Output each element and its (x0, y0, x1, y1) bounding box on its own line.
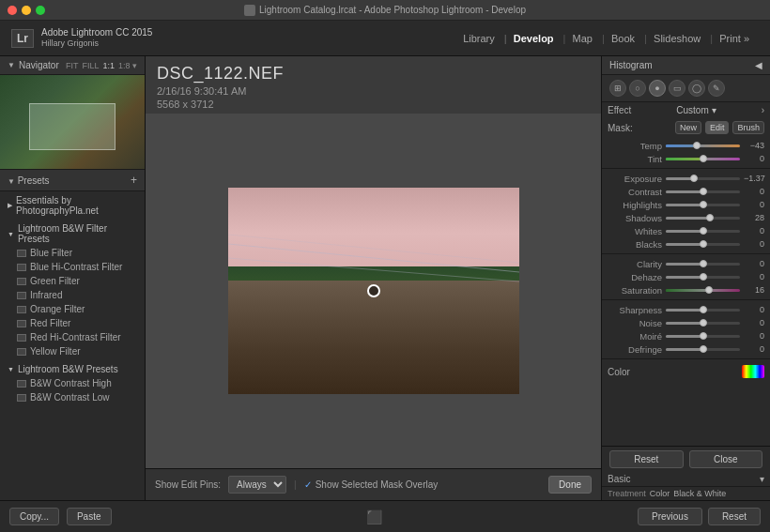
slider-dehaze: Dehaze 0 (602, 270, 770, 283)
nav-print[interactable]: Print » (710, 29, 759, 48)
paste-button[interactable]: Paste (67, 508, 112, 525)
slider-dehaze-track[interactable] (666, 276, 740, 279)
slider-sharpness-track[interactable] (666, 309, 740, 312)
preset-blue-hi[interactable]: Blue Hi-Contrast Filter (0, 260, 145, 274)
previous-button[interactable]: Previous (638, 508, 702, 525)
show-overlay-checkbox[interactable]: ✓ Show Selected Mask Overlay (304, 479, 439, 490)
nav-slideshow[interactable]: Slideshow (644, 29, 710, 48)
slider-highlights-track[interactable] (666, 204, 740, 206)
preset-bw-contrast-high[interactable]: B&W Contrast High (0, 376, 145, 390)
effect-dropdown[interactable]: Custom ▾ (676, 105, 716, 115)
slider-sharpness-label: Sharpness (608, 305, 662, 315)
reset-effect-button[interactable]: Reset (609, 450, 684, 468)
preset-infrared[interactable]: Infrared (0, 288, 145, 302)
slider-defringe-track[interactable] (666, 348, 740, 351)
image-view[interactable] (146, 114, 601, 468)
nav-library[interactable]: Library (454, 29, 504, 48)
left-panel: ▼ Navigator FIT FILL 1:1 1:8 ▾ ▼ Presets… (0, 56, 146, 500)
show-overlay-label: Show Selected Mask Overlay (316, 479, 439, 490)
color-icon[interactable] (742, 365, 764, 378)
tool-spot[interactable]: ○ (629, 80, 646, 97)
edit-pin[interactable] (367, 284, 380, 297)
copy-button[interactable]: Copy... (9, 508, 59, 525)
slider-contrast-value: 0 (744, 187, 764, 196)
nav-zoom[interactable]: 1:8 ▾ (118, 61, 137, 70)
preset-green[interactable]: Green Filter (0, 274, 145, 288)
slider-tint-track[interactable] (666, 158, 740, 160)
slider-exposure-track[interactable] (666, 177, 740, 180)
mask-brush[interactable]: Brush (732, 121, 764, 134)
user-name: Hillary Grigonis (41, 38, 152, 50)
bwpresets-triangle: ▼ (8, 366, 14, 372)
preset-red-icon (17, 320, 26, 327)
histogram-header: Histogram ◀ (602, 56, 770, 75)
edit-pins-select[interactable]: Always Never Auto (228, 476, 286, 494)
treatment-bw[interactable]: Black & White (673, 489, 726, 498)
preset-blue-filter[interactable]: Blue Filter (0, 246, 145, 260)
presets-header[interactable]: ▼ Presets + (0, 169, 145, 191)
treatment-color[interactable]: Color (650, 489, 670, 498)
nav-fit[interactable]: FIT (66, 61, 79, 70)
maximize-button[interactable] (36, 6, 45, 15)
navigator-thumbnail (0, 75, 145, 169)
preset-yellow[interactable]: Yellow Filter (0, 344, 145, 358)
checkmark-icon: ✓ (304, 479, 312, 490)
mask-new[interactable]: New (675, 121, 701, 134)
close-effect-button[interactable]: Close (689, 450, 763, 468)
close-button[interactable] (8, 6, 17, 15)
slider-noise-track[interactable] (666, 322, 740, 325)
slider-whites-label: Whites (608, 226, 662, 236)
slider-noise-value: 0 (744, 318, 764, 327)
preset-red-hi[interactable]: Red Hi-Contrast Filter (0, 330, 145, 344)
presets-title: ▼ Presets (8, 175, 50, 186)
nav-1to1[interactable]: 1:1 (102, 61, 115, 70)
reset-button[interactable]: Reset (708, 508, 761, 525)
app-version: Adobe Lightroom CC 2015 (41, 26, 152, 38)
slider-clarity-track[interactable] (666, 263, 740, 266)
preset-blue-filter-icon (17, 250, 26, 257)
slider-temp-track[interactable] (666, 144, 740, 147)
traffic-lights (8, 6, 45, 15)
slider-tint-label: Tint (608, 154, 662, 164)
photo-canvas (228, 188, 519, 394)
done-button[interactable]: Done (548, 476, 592, 494)
slider-saturation-track[interactable] (666, 289, 740, 292)
nav-fill[interactable]: FILL (82, 61, 99, 70)
tool-radial[interactable]: ◯ (688, 80, 705, 97)
tool-graduated[interactable]: ▭ (669, 80, 685, 97)
slider-blacks-track[interactable] (666, 243, 740, 246)
basic-section-label: Basic ▾ (602, 472, 770, 486)
presets-add[interactable]: + (131, 174, 137, 187)
preset-orange[interactable]: Orange Filter (0, 302, 145, 316)
tool-crop[interactable]: ⊞ (609, 80, 626, 97)
preset-group-essentials-header[interactable]: ▶ Essentials by PhotographyPla.net (0, 193, 145, 218)
slider-contrast-track[interactable] (666, 190, 740, 193)
slider-moire-track[interactable] (666, 335, 740, 338)
minimize-button[interactable] (22, 6, 31, 15)
image-filename: DSC_1122.NEF (157, 64, 590, 84)
slider-blacks-label: Blacks (608, 239, 662, 250)
slider-shadows-track[interactable] (666, 217, 740, 220)
slider-temp-value: −43 (744, 141, 764, 150)
navigator-header[interactable]: ▼ Navigator FIT FILL 1:1 1:8 ▾ (0, 56, 145, 75)
bottom-center: ⬛ (119, 509, 630, 524)
tool-brush[interactable]: ✎ (708, 80, 725, 97)
mask-edit[interactable]: Edit (705, 121, 730, 134)
preset-group-bwfilter-header[interactable]: ▼ Lightroom B&W Filter Presets (0, 221, 145, 246)
navigator-options: FIT FILL 1:1 1:8 ▾ (66, 61, 137, 70)
preset-yellow-icon (17, 348, 26, 356)
svg-line-0 (228, 244, 519, 272)
slider-whites-track[interactable] (666, 230, 740, 233)
nav-map[interactable]: Map (563, 29, 602, 48)
right-panel: Histogram ◀ ⊞ ○ ● ▭ ◯ ✎ Effect Custom ▾ … (601, 56, 770, 500)
slider-temp-label: Temp (608, 141, 662, 151)
preset-red[interactable]: Red Filter (0, 316, 145, 330)
tool-redeye[interactable]: ● (649, 80, 666, 97)
preset-group-bwpresets-header[interactable]: ▼ Lightroom B&W Presets (0, 362, 145, 376)
preset-bw-contrast-low[interactable]: B&W Contrast Low (0, 390, 145, 404)
histogram-collapse[interactable]: ◀ (755, 60, 762, 70)
slider-whites-value: 0 (744, 226, 764, 236)
nav-book[interactable]: Book (602, 29, 644, 48)
nav-develop[interactable]: Develop (504, 29, 563, 48)
color-row: Color (602, 362, 770, 381)
